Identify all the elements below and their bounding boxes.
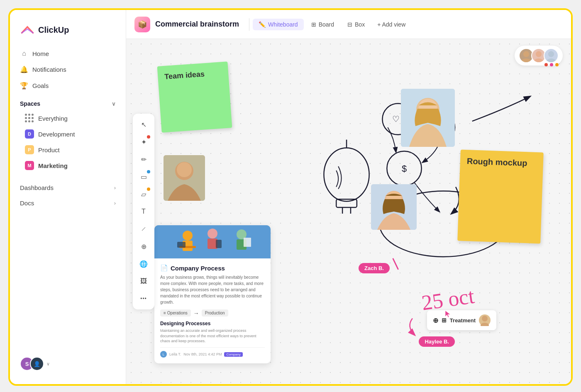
home-icon: ⌂ bbox=[20, 50, 28, 57]
pen-icon: ✏ bbox=[141, 156, 146, 163]
treatment-avatar bbox=[479, 314, 491, 326]
sidebar-item-marketing-label: Marketing bbox=[38, 162, 68, 169]
bell-icon: 🔔 bbox=[20, 66, 28, 73]
collab-avatar-3 bbox=[544, 48, 559, 63]
tool-globe[interactable]: 🌐 bbox=[136, 256, 151, 271]
tool-rectangle[interactable]: ▭ bbox=[136, 169, 151, 184]
svg-point-18 bbox=[523, 51, 529, 57]
tool-more[interactable]: ••• bbox=[136, 291, 151, 306]
tool-connect[interactable]: ⊕ bbox=[136, 239, 151, 254]
nav-section: ⌂ Home 🔔 Notifications 🏆 Goals bbox=[10, 46, 126, 94]
top-bar: 📦 Commercial brainstorm ✏️ Whiteboard ⊞ … bbox=[126, 10, 571, 39]
presence-dot-3 bbox=[555, 63, 559, 66]
tab-board[interactable]: ⊞ Board bbox=[305, 19, 340, 30]
sidebar-item-notifications-label: Notifications bbox=[32, 66, 66, 73]
app-frame: ClickUp ⌂ Home 🔔 Notifications 🏆 Goals S… bbox=[8, 8, 573, 386]
sidebar-item-home-label: Home bbox=[32, 50, 49, 57]
development-space-icon: D bbox=[25, 129, 34, 139]
svg-point-21 bbox=[534, 58, 543, 63]
sidebar-item-home[interactable]: ⌂ Home bbox=[15, 46, 121, 61]
doc-section-text: Maintaining an accurate and well-organiz… bbox=[160, 328, 265, 344]
doc-footer: L Leila T. Nov 8th, 2021 4:42 PM Company bbox=[160, 347, 265, 358]
treatment-task-icon: ⊞ bbox=[442, 317, 447, 324]
add-view-button[interactable]: + Add view bbox=[372, 19, 410, 30]
sidebar-item-notifications[interactable]: 🔔 Notifications bbox=[15, 61, 121, 78]
sidebar-item-docs[interactable]: Docs › bbox=[15, 195, 121, 211]
svg-point-22 bbox=[548, 51, 554, 57]
board-tab-icon: ⊞ bbox=[311, 21, 316, 28]
svg-point-44 bbox=[482, 316, 488, 321]
tool-shapes[interactable]: ✦ bbox=[136, 134, 151, 149]
tab-box[interactable]: ⊟ Box bbox=[342, 19, 371, 30]
doc-date: Nov 8th, 2021 4:42 PM bbox=[183, 352, 222, 356]
page-title: Commercial brainstorm bbox=[155, 20, 239, 29]
logo-area[interactable]: ClickUp bbox=[10, 18, 126, 46]
tool-text[interactable]: T bbox=[136, 204, 151, 219]
dashboards-chevron-icon: › bbox=[114, 185, 116, 191]
tool-note[interactable]: ▱ bbox=[136, 187, 151, 202]
svg-text:$: $ bbox=[402, 163, 407, 174]
clickup-logo-icon bbox=[20, 22, 35, 37]
sidebar-item-dashboards[interactable]: Dashboards › bbox=[15, 180, 121, 195]
collaborator-avatars bbox=[515, 46, 563, 66]
sidebar-item-everything-label: Everything bbox=[38, 115, 68, 122]
document-card[interactable]: 📄 Company Process As your business grows… bbox=[154, 225, 271, 363]
sidebar-item-everything[interactable]: Everything bbox=[15, 110, 121, 126]
note-dot bbox=[147, 187, 150, 191]
doc-flow-from: ≡ Operations bbox=[160, 309, 191, 317]
more-icon: ••• bbox=[140, 296, 147, 302]
treatment-card[interactable]: ⊕ ⊞ Treatment bbox=[427, 310, 496, 330]
name-tag-zach: Zach B. bbox=[359, 263, 390, 273]
person-photo-2 bbox=[371, 184, 417, 230]
docs-label: Docs bbox=[20, 200, 34, 207]
tool-pen[interactable]: ✏ bbox=[136, 152, 151, 167]
text-icon: T bbox=[142, 208, 146, 215]
svg-line-16 bbox=[393, 259, 398, 269]
spaces-label: Spaces bbox=[20, 100, 40, 107]
spaces-header[interactable]: Spaces ∨ bbox=[10, 94, 126, 110]
user-area[interactable]: S 👤 ∨ bbox=[10, 352, 126, 376]
tool-cursor[interactable]: ↖ bbox=[136, 117, 151, 132]
rect-dot bbox=[147, 170, 150, 173]
tab-whiteboard[interactable]: ✏️ Whiteboard bbox=[253, 19, 304, 30]
view-tabs: ✏️ Whiteboard ⊞ Board ⊟ Box + Add view bbox=[253, 19, 410, 30]
svg-point-9 bbox=[387, 151, 421, 185]
doc-author-avatar: L bbox=[160, 351, 167, 358]
product-space-icon: P bbox=[25, 145, 34, 154]
shapes-dot bbox=[147, 135, 150, 139]
image-icon: 🖼 bbox=[140, 278, 147, 285]
add-view-label: + Add view bbox=[377, 21, 405, 28]
sidebar: ClickUp ⌂ Home 🔔 Notifications 🏆 Goals S… bbox=[10, 10, 126, 384]
rectangle-icon: ▭ bbox=[141, 173, 147, 181]
doc-card-body: 📄 Company Process As your business grows… bbox=[154, 258, 271, 363]
user-avatar-secondary: 👤 bbox=[30, 357, 44, 371]
presence-dot-2 bbox=[550, 63, 553, 66]
sidebar-item-goals-label: Goals bbox=[32, 82, 49, 89]
sidebar-item-product[interactable]: P Product bbox=[15, 142, 121, 158]
sidebar-item-development[interactable]: D Development bbox=[15, 126, 121, 142]
doc-flow: ≡ Operations → Production bbox=[160, 309, 265, 317]
marketing-space-icon: M bbox=[25, 161, 34, 170]
sidebar-item-product-label: Product bbox=[38, 146, 60, 153]
cursor-icon: ↖ bbox=[141, 121, 146, 129]
svg-rect-43 bbox=[244, 238, 251, 247]
spaces-chevron-icon: ∨ bbox=[112, 101, 116, 107]
sidebar-footer-nav: Dashboards › Docs › bbox=[10, 180, 126, 211]
left-toolbar: ↖ ✦ ✏ ▭ ▱ T ⟋ ⊕ 🌐 🖼 ••• bbox=[133, 114, 154, 309]
doc-section-title: Designing Processes bbox=[160, 321, 265, 326]
sidebar-item-marketing[interactable]: M Marketing bbox=[15, 158, 121, 173]
treatment-label: Treatment bbox=[450, 317, 476, 324]
sidebar-item-goals[interactable]: 🏆 Goals bbox=[15, 78, 121, 94]
tool-draw[interactable]: ⟋ bbox=[136, 222, 151, 236]
connect-icon: ⊕ bbox=[141, 243, 146, 251]
svg-point-23 bbox=[546, 58, 556, 63]
move-icon: ⊕ bbox=[433, 317, 438, 324]
shapes-icon: ✦ bbox=[141, 138, 146, 146]
whiteboard-canvas[interactable]: ↖ ✦ ✏ ▭ ▱ T ⟋ ⊕ 🌐 🖼 ••• bbox=[126, 39, 571, 384]
tool-image[interactable]: 🖼 bbox=[136, 274, 151, 289]
sticky-yellow-label: Rough mockup bbox=[467, 156, 527, 168]
svg-point-19 bbox=[521, 58, 531, 63]
sidebar-item-development-label: Development bbox=[38, 131, 75, 138]
doc-flow-to: Production bbox=[202, 309, 228, 317]
doc-tag: Company bbox=[224, 352, 242, 357]
